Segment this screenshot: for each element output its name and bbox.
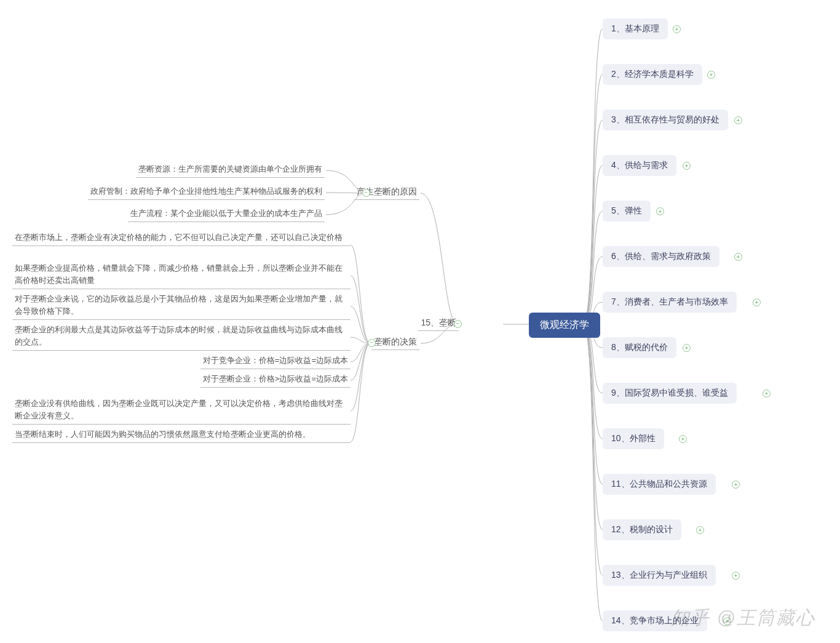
branch-4-label: 4、供给与需求	[611, 160, 668, 170]
branch-13-label: 13、企业行为与产业组织	[611, 570, 707, 580]
branch-1-expander[interactable]: +	[673, 25, 681, 33]
branch-11[interactable]: 11、公共物品和公共资源	[603, 474, 716, 495]
sub-decision-collapser[interactable]: −	[368, 339, 376, 347]
decision-leaf-4[interactable]: 对于竞争企业：价格=边际收益=边际成本	[200, 354, 351, 369]
decision-leaf-1-text: 如果垄断企业提高价格，销量就会下降，而减少价格，销量就会上升，所以垄断企业并不能…	[15, 263, 343, 285]
branch-5-label: 5、弹性	[611, 206, 642, 215]
branch-10-expander[interactable]: +	[679, 435, 687, 443]
branch-13-expander[interactable]: +	[732, 572, 740, 580]
branch-7[interactable]: 7、消费者、生产者与市场效率	[603, 292, 737, 313]
branch-1[interactable]: 1、基本原理	[603, 18, 668, 39]
branch-11-expander[interactable]: +	[732, 481, 740, 489]
branch-15-label: 15、垄断	[421, 318, 456, 327]
branch-4-expander[interactable]: +	[683, 162, 691, 170]
branch-7-label: 7、消费者、生产者与市场效率	[611, 297, 728, 306]
branch-6-expander[interactable]: +	[734, 253, 742, 261]
decision-leaf-0-text: 在垄断市场上，垄断企业有决定价格的能力，它不但可以自己决定产量，还可以自己决定价…	[15, 233, 343, 242]
cause-leaf-1[interactable]: 政府管制：政府给予单个企业排他性地生产某种物品或服务的权利	[88, 185, 325, 200]
branch-9-expander[interactable]: +	[763, 389, 771, 397]
branch-6[interactable]: 6、供给、需求与政府政策	[603, 246, 719, 267]
branch-9[interactable]: 9、国际贸易中谁受损、谁受益	[603, 383, 737, 404]
branch-2-label: 2、经济学本质是科学	[611, 69, 694, 79]
root-node[interactable]: 微观经济学	[529, 313, 600, 338]
branch-3-expander[interactable]: +	[734, 116, 742, 124]
branch-6-label: 6、供给、需求与政府政策	[611, 251, 711, 261]
branch-14[interactable]: 14、竞争市场上的企业	[603, 610, 707, 631]
branch-8[interactable]: 8、赋税的代价	[603, 337, 676, 358]
cause-leaf-1-text: 政府管制：政府给予单个企业排他性地生产某种物品或服务的权利	[90, 186, 322, 196]
branch-12[interactable]: 12、税制的设计	[603, 519, 681, 540]
branch-4[interactable]: 4、供给与需求	[603, 155, 676, 176]
branch-15-collapser[interactable]: −	[454, 320, 462, 328]
cause-leaf-2[interactable]: 生产流程：某个企业能以低于大量企业的成本生产产品	[128, 207, 325, 222]
branch-11-label: 11、公共物品和公共资源	[611, 479, 707, 489]
decision-leaf-2[interactable]: 对于垄断企业来说，它的边际收益总是小于其物品价格，这是因为如果垄断企业增加产量，…	[12, 293, 351, 320]
branch-5[interactable]: 5、弹性	[603, 201, 651, 222]
decision-leaf-3[interactable]: 垄断企业的利润最大点是其边际收益等于边际成本的时候，就是边际收益曲线与边际成本曲…	[12, 324, 351, 351]
cause-leaf-0[interactable]: 垄断资源：生产所需要的关键资源由单个企业所拥有	[136, 163, 325, 178]
decision-leaf-5[interactable]: 对于垄断企业：价格>边际收益=边际成本	[200, 373, 351, 388]
sub-cause-collapser[interactable]: −	[362, 189, 370, 197]
branch-12-label: 12、税制的设计	[611, 524, 673, 534]
decision-leaf-6-text: 垄断企业没有供给曲线，因为垄断企业既可以决定产量，又可以决定价格，考虑供给曲线对…	[15, 399, 343, 420]
cause-leaf-0-text: 垄断资源：生产所需要的关键资源由单个企业所拥有	[138, 164, 322, 174]
branch-2-expander[interactable]: +	[707, 71, 715, 79]
branch-5-expander[interactable]: +	[656, 207, 664, 215]
decision-leaf-5-text: 对于垄断企业：价格>边际收益=边际成本	[203, 374, 348, 383]
branch-7-expander[interactable]: +	[753, 298, 761, 306]
decision-leaf-2-text: 对于垄断企业来说，它的边际收益总是小于其物品价格，这是因为如果垄断企业增加产量，…	[15, 294, 343, 316]
branch-10-label: 10、外部性	[611, 433, 656, 443]
branch-8-expander[interactable]: +	[683, 344, 691, 352]
branch-2[interactable]: 2、经济学本质是科学	[603, 64, 702, 85]
decision-leaf-0[interactable]: 在垄断市场上，垄断企业有决定价格的能力，它不但可以自己决定产量，还可以自己决定价…	[12, 231, 351, 246]
branch-8-label: 8、赋税的代价	[611, 342, 668, 352]
branch-10[interactable]: 10、外部性	[603, 428, 664, 449]
branch-9-label: 9、国际贸易中谁受损、谁受益	[611, 388, 728, 397]
decision-leaf-4-text: 对于竞争企业：价格=边际收益=边际成本	[203, 356, 348, 365]
sub-decision-label: 垄断的决策	[374, 337, 417, 346]
branch-1-label: 1、基本原理	[611, 23, 659, 33]
branch-14-expander[interactable]: +	[723, 617, 731, 625]
decision-leaf-7-text: 当垄断结束时，人们可能因为购买物品的习惯依然愿意支付给垄断企业更高的价格。	[15, 429, 311, 439]
cause-leaf-2-text: 生产流程：某个企业能以低于大量企业的成本生产产品	[130, 209, 322, 218]
decision-leaf-7[interactable]: 当垄断结束时，人们可能因为购买物品的习惯依然愿意支付给垄断企业更高的价格。	[12, 428, 351, 443]
branch-3[interactable]: 3、相互依存性与贸易的好处	[603, 110, 728, 130]
decision-leaf-6[interactable]: 垄断企业没有供给曲线，因为垄断企业既可以决定产量，又可以决定价格，考虑供给曲线对…	[12, 397, 351, 425]
decision-leaf-1[interactable]: 如果垄断企业提高价格，销量就会下降，而减少价格，销量就会上升，所以垄断企业并不能…	[12, 262, 351, 289]
branch-12-expander[interactable]: +	[696, 526, 704, 534]
branch-13[interactable]: 13、企业行为与产业组织	[603, 565, 716, 586]
branch-14-label: 14、竞争市场上的企业	[611, 615, 699, 625]
decision-leaf-3-text: 垄断企业的利润最大点是其边际收益等于边际成本的时候，就是边际收益曲线与边际成本曲…	[15, 325, 343, 346]
sub-decision[interactable]: 垄断的决策	[371, 337, 419, 350]
branch-15-monopoly[interactable]: 15、垄断	[418, 318, 459, 331]
root-label: 微观经济学	[540, 319, 589, 330]
branch-3-label: 3、相互依存性与贸易的好处	[611, 114, 719, 124]
